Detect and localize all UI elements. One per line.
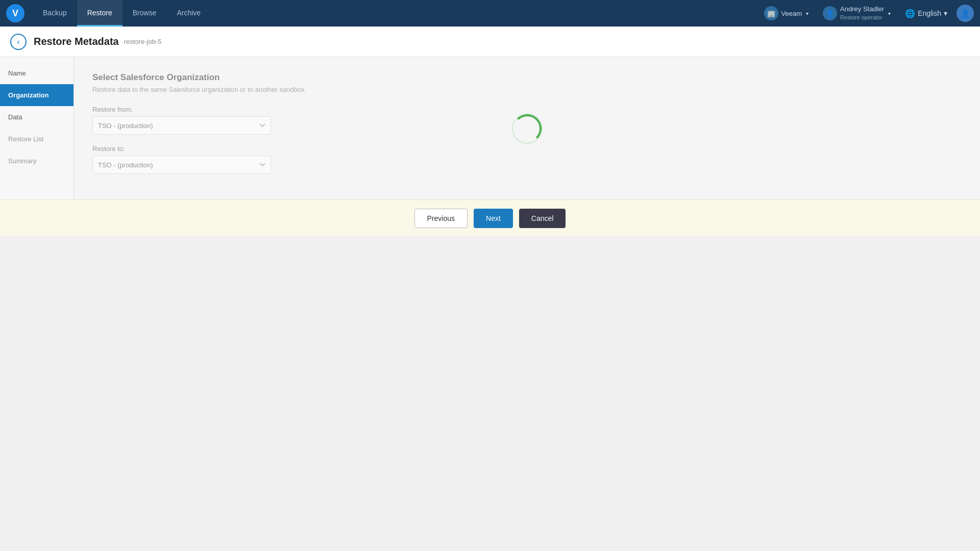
next-button[interactable]: Next [474, 209, 513, 228]
back-button[interactable]: ‹ [10, 34, 27, 50]
sidebar-item-name[interactable]: Name [0, 62, 74, 84]
previous-button[interactable]: Previous [414, 209, 468, 228]
language-label: English [918, 9, 941, 17]
page-subtitle: restore-job-5 [124, 38, 162, 45]
page-title: Restore Metadata [34, 36, 119, 47]
language-chevron: ▾ [944, 9, 947, 17]
veeam-icon: 🏢 [764, 6, 778, 20]
user-icon-button[interactable]: 👤 [957, 5, 974, 22]
user-menu[interactable]: 👤 Andrey Stadler Restore operator ▾ [818, 3, 896, 23]
restore-to-group: Restore to: TSO - (production) [92, 145, 962, 174]
nav-tab-restore[interactable]: Restore [77, 0, 122, 27]
app-logo[interactable]: V [6, 4, 24, 22]
sidebar-item-summary: Summary [0, 150, 74, 172]
veeam-chevron: ▾ [806, 11, 808, 16]
user-role-label: Restore operator [840, 14, 884, 21]
nav-tab-backup[interactable]: Backup [33, 0, 77, 27]
veeam-selector[interactable]: 🏢 Veeam ▾ [759, 4, 814, 22]
person-icon: 👤 [960, 9, 970, 18]
page-header: ‹ Restore Metadata restore-job-5 [0, 27, 980, 57]
user-avatar-icon: 👤 [823, 6, 837, 20]
sidebar-item-data[interactable]: Data [0, 106, 74, 128]
restore-to-select[interactable]: TSO - (production) [92, 156, 271, 174]
language-selector[interactable]: 🌐 English ▾ [900, 7, 952, 20]
back-arrow-icon: ‹ [17, 37, 19, 46]
main-panel: Select Salesforce Organization Restore d… [74, 57, 980, 199]
nav-tab-browse[interactable]: Browse [122, 0, 167, 27]
main-wrapper: ‹ Restore Metadata restore-job-5 Name Or… [0, 27, 980, 236]
sidebar-item-restore-list: Restore List [0, 128, 74, 150]
section-title: Select Salesforce Organization [92, 72, 962, 83]
nav-tab-archive[interactable]: Archive [166, 0, 211, 27]
restore-from-select[interactable]: TSO - (production) [92, 116, 271, 135]
restore-from-label: Restore from: [92, 106, 962, 113]
section-desc: Restore data to the same Salesforce orga… [92, 86, 962, 93]
sidebar: Name Organization Data Restore List Summ… [0, 57, 74, 199]
user-chevron: ▾ [888, 11, 891, 16]
sidebar-item-organization[interactable]: Organization [0, 84, 74, 106]
restore-to-label: Restore to: [92, 145, 962, 153]
topnav-right: 🏢 Veeam ▾ 👤 Andrey Stadler Restore opera… [759, 3, 974, 23]
globe-icon: 🌐 [905, 9, 915, 18]
topnav: V Backup Restore Browse Archive 🏢 Veeam … [0, 0, 980, 27]
nav-tabs: Backup Restore Browse Archive [33, 0, 211, 27]
cancel-button[interactable]: Cancel [519, 209, 566, 228]
user-name-label: Andrey Stadler [840, 5, 884, 14]
footer: Previous Next Cancel [0, 199, 980, 236]
veeam-label: Veeam [781, 10, 802, 17]
restore-from-group: Restore from: TSO - (production) [92, 106, 962, 135]
body-area: Name Organization Data Restore List Summ… [0, 57, 980, 199]
